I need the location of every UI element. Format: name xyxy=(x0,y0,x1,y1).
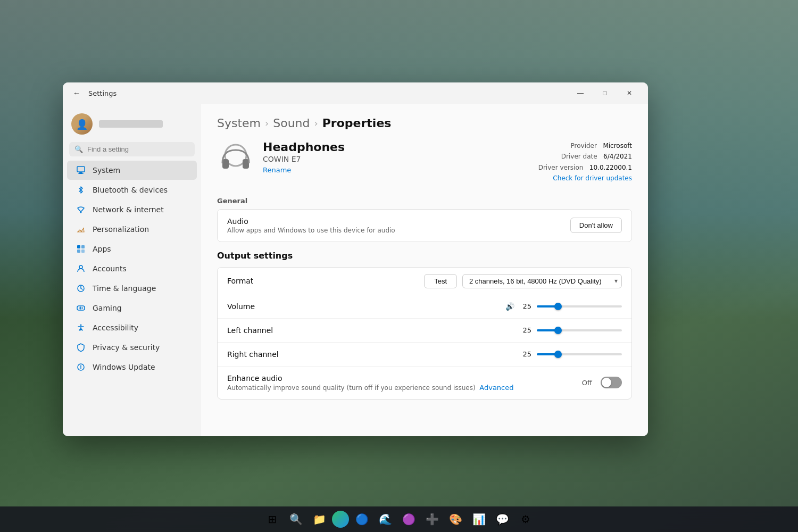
left-channel-thumb xyxy=(554,327,562,334)
volume-control: 🔊 25 xyxy=(505,302,622,311)
volume-value: 25 xyxy=(520,302,531,310)
sidebar-item-network[interactable]: Network & internet xyxy=(67,200,197,219)
driver-date-value: 6/4/2021 xyxy=(603,153,632,160)
taskbar-edge[interactable]: 🌊 xyxy=(375,509,396,530)
network-icon xyxy=(76,204,86,215)
search-input[interactable] xyxy=(87,145,189,153)
taskbar-start[interactable]: ⊞ xyxy=(262,509,283,530)
enhance-audio-info: Enhance audio Automatically improve soun… xyxy=(227,374,582,392)
dont-allow-button[interactable]: Don't allow xyxy=(570,218,622,233)
right-channel-label: Right channel xyxy=(227,350,520,359)
driver-info: Provider Microsoft Driver date 6/4/2021 … xyxy=(538,140,632,184)
svg-rect-7 xyxy=(81,250,85,253)
sidebar-item-personalization[interactable]: Personalization xyxy=(67,220,197,239)
advanced-link[interactable]: Advanced xyxy=(479,384,513,392)
enhance-audio-toggle[interactable] xyxy=(601,377,622,388)
output-settings-title: Output settings xyxy=(217,251,632,261)
left-channel-row: Left channel 25 xyxy=(218,319,631,343)
sidebar-label-apps: Apps xyxy=(93,245,111,253)
sidebar-label-accessibility: Accessibility xyxy=(93,323,138,332)
close-button[interactable]: ✕ xyxy=(617,85,642,102)
taskbar-photoshop[interactable]: 🎨 xyxy=(445,509,466,530)
sidebar-item-accounts[interactable]: Accounts xyxy=(67,259,197,278)
left-channel-value: 25 xyxy=(520,326,531,334)
right-channel-value: 25 xyxy=(520,350,531,358)
svg-rect-1 xyxy=(79,172,82,173)
breadcrumb: System › Sound › Properties xyxy=(217,117,632,130)
driver-version-value: 10.0.22000.1 xyxy=(589,164,632,171)
maximize-button[interactable]: □ xyxy=(593,85,617,102)
sidebar: 👤 🔍 System Bluetooth & devices xyxy=(63,104,201,436)
sidebar-label-personalization: Personalization xyxy=(93,225,149,234)
sidebar-item-bluetooth[interactable]: Bluetooth & devices xyxy=(67,180,197,200)
device-name: Headphones xyxy=(263,140,538,154)
output-settings-card: Format Test 2 channels, 16 bit, 44100 Hz… xyxy=(217,267,632,400)
taskbar-settings-app[interactable]: ⚙️ xyxy=(515,509,536,530)
gaming-icon xyxy=(76,303,86,313)
sidebar-label-update: Windows Update xyxy=(93,363,155,371)
sidebar-item-time[interactable]: Time & language xyxy=(67,279,197,298)
back-button[interactable]: ← xyxy=(69,86,84,101)
user-name-placeholder xyxy=(99,120,163,128)
format-select-wrapper: 2 channels, 16 bit, 44100 Hz (CD Quality… xyxy=(462,274,622,288)
taskbar-chrome[interactable]: 🔵 xyxy=(351,509,372,530)
sidebar-label-network: Network & internet xyxy=(93,205,164,214)
audio-description: Allow apps and Windows to use this devic… xyxy=(227,227,570,234)
taskbar: ⊞ 🔍 📁 🔵 🌊 🟣 ➕ 🎨 📊 💬 ⚙️ xyxy=(0,506,798,532)
title-bar: ← Settings — □ ✕ xyxy=(63,82,648,104)
sidebar-item-apps[interactable]: Apps xyxy=(67,239,197,259)
breadcrumb-system[interactable]: System xyxy=(217,117,261,130)
sidebar-label-privacy: Privacy & security xyxy=(93,343,160,352)
sidebar-item-update[interactable]: Windows Update xyxy=(67,358,197,377)
apps-icon xyxy=(76,244,86,254)
volume-track[interactable] xyxy=(537,305,622,307)
bluetooth-icon xyxy=(76,185,86,195)
device-header: Headphones COWIN E7 Rename Provider Micr… xyxy=(217,140,632,184)
taskbar-excel[interactable]: 📊 xyxy=(468,509,489,530)
headphone-graphic xyxy=(217,140,254,178)
general-section-title: General xyxy=(217,197,632,205)
format-row: Format Test 2 channels, 16 bit, 44100 Hz… xyxy=(218,268,631,295)
system-icon xyxy=(76,165,86,176)
search-box[interactable]: 🔍 xyxy=(69,142,195,156)
provider-value: Microsoft xyxy=(603,142,632,149)
driver-version-row: Driver version 10.0.22000.1 xyxy=(538,162,632,173)
sidebar-label-accounts: Accounts xyxy=(93,264,127,273)
taskbar-search[interactable]: 🔍 xyxy=(285,509,306,530)
main-content: System › Sound › Properties Headphones C… xyxy=(201,104,648,436)
audio-row: Audio Allow apps and Windows to use this… xyxy=(218,210,631,242)
right-channel-track[interactable] xyxy=(537,353,622,355)
accounts-icon xyxy=(76,263,86,274)
avatar: 👤 xyxy=(71,113,93,135)
rename-link[interactable]: Rename xyxy=(263,166,291,174)
sidebar-item-system[interactable]: System xyxy=(67,161,197,180)
volume-icon: 🔊 xyxy=(505,302,514,311)
format-label: Format xyxy=(227,277,424,285)
right-channel-row: Right channel 25 xyxy=(218,343,631,367)
breadcrumb-sound[interactable]: Sound xyxy=(273,117,310,130)
volume-thumb xyxy=(554,303,562,310)
sidebar-item-gaming[interactable]: Gaming xyxy=(67,298,197,318)
taskbar-onenote[interactable]: 🟣 xyxy=(398,509,419,530)
enhance-audio-row: Enhance audio Automatically improve soun… xyxy=(218,367,631,399)
toggle-state-label: Off xyxy=(582,379,592,387)
sidebar-item-privacy[interactable]: Privacy & security xyxy=(67,338,197,357)
accessibility-icon xyxy=(76,322,86,333)
check-driver-updates-link[interactable]: Check for driver updates xyxy=(553,174,632,182)
minimize-button[interactable]: — xyxy=(568,85,593,102)
update-icon xyxy=(76,362,86,372)
sidebar-item-accessibility[interactable]: Accessibility xyxy=(67,318,197,337)
volume-label: Volume xyxy=(227,302,505,311)
sidebar-label-time: Time & language xyxy=(93,284,156,293)
taskbar-browser1[interactable] xyxy=(332,511,349,528)
general-card: Audio Allow apps and Windows to use this… xyxy=(217,209,632,242)
taskbar-plus[interactable]: ➕ xyxy=(421,509,443,530)
taskbar-files[interactable]: 📁 xyxy=(309,509,330,530)
enhance-audio-desc: Automatically improve sound quality (tur… xyxy=(227,384,582,392)
left-channel-label: Left channel xyxy=(227,326,520,335)
test-button[interactable]: Test xyxy=(424,274,457,288)
format-select[interactable]: 2 channels, 16 bit, 44100 Hz (CD Quality… xyxy=(462,274,622,288)
left-channel-track[interactable] xyxy=(537,329,622,331)
taskbar-messenger[interactable]: 💬 xyxy=(492,509,513,530)
audio-info: Audio Allow apps and Windows to use this… xyxy=(227,217,570,234)
